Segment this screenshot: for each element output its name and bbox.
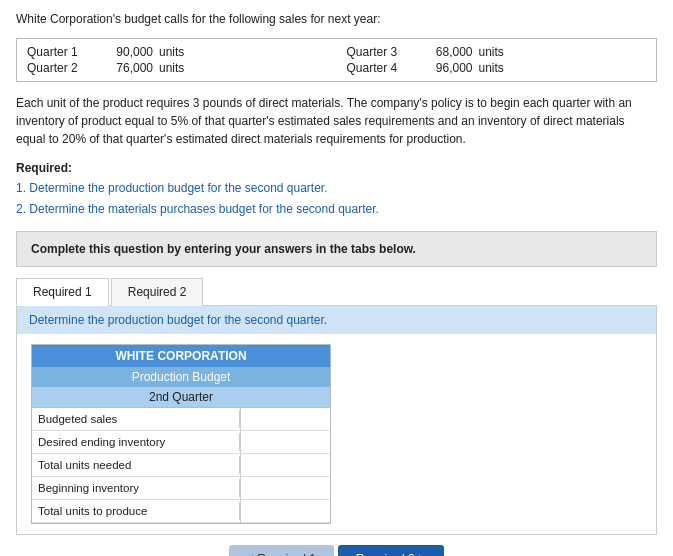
- budget-frame: WHITE CORPORATION Production Budget 2nd …: [31, 344, 331, 524]
- quarter-2-label: Quarter 2: [27, 61, 95, 75]
- budget-row-1-label: Desired ending inventory: [32, 433, 240, 451]
- budget-row-4: Total units to produce: [32, 500, 330, 523]
- budget-row-3-input[interactable]: [240, 477, 330, 499]
- tab-required-2[interactable]: Required 2: [111, 278, 204, 306]
- budget-row-0: Budgeted sales: [32, 408, 330, 431]
- description-paragraph: Each unit of the product requires 3 poun…: [16, 94, 657, 148]
- quarter-row-2: Quarter 2 76,000 units: [27, 61, 327, 75]
- quarter-1-unit-label: units: [159, 45, 195, 59]
- quarters-grid: Quarter 1 90,000 units Quarter 3 68,000 …: [27, 45, 646, 75]
- budget-table-wrapper: WHITE CORPORATION Production Budget 2nd …: [17, 334, 656, 534]
- quarter-4-label: Quarter 4: [347, 61, 415, 75]
- description-text: Each unit of the product requires 3 poun…: [16, 96, 632, 146]
- complete-box: Complete this question by entering your …: [16, 231, 657, 267]
- budget-row-2-label: Total units needed: [32, 456, 240, 474]
- nav-buttons: < Required 1 Required 2 >: [16, 535, 657, 556]
- budget-row-1-input[interactable]: [240, 431, 330, 453]
- next-button[interactable]: Required 2 >: [338, 545, 444, 556]
- budget-row-3-label: Beginning inventory: [32, 479, 240, 497]
- chevron-right-icon: >: [419, 551, 427, 556]
- budget-row-2-input[interactable]: [240, 454, 330, 476]
- quarter-row-3: Quarter 3 68,000 units: [347, 45, 647, 59]
- complete-instruction: Complete this question by entering your …: [31, 242, 416, 256]
- required-section: Required: 1. Determine the production bu…: [16, 158, 657, 219]
- intro-paragraph: White Corporation's budget calls for the…: [16, 10, 657, 28]
- budget-table-title: WHITE CORPORATION: [32, 345, 330, 367]
- quarter-4-units: 96,000: [421, 61, 473, 75]
- budget-row-3: Beginning inventory: [32, 477, 330, 500]
- required-heading: Required:: [16, 158, 657, 178]
- quarter-2-unit-label: units: [159, 61, 195, 75]
- budget-row-2: Total units needed: [32, 454, 330, 477]
- quarter-row-1: Quarter 1 90,000 units: [27, 45, 327, 59]
- tabs-row: Required 1 Required 2: [16, 277, 657, 306]
- budget-row-1: Desired ending inventory: [32, 431, 330, 454]
- required-item-2[interactable]: 2. Determine the materials purchases bud…: [16, 202, 379, 216]
- quarters-table: Quarter 1 90,000 units Quarter 3 68,000 …: [16, 38, 657, 82]
- prev-button[interactable]: < Required 1: [229, 545, 334, 556]
- tab-content: Determine the production budget for the …: [16, 306, 657, 535]
- quarter-3-label: Quarter 3: [347, 45, 415, 59]
- tab-instruction: Determine the production budget for the …: [17, 306, 656, 334]
- quarter-4-unit-label: units: [479, 61, 515, 75]
- budget-row-4-label: Total units to produce: [32, 502, 240, 520]
- intro-text: White Corporation's budget calls for the…: [16, 12, 380, 26]
- budget-row-0-input[interactable]: [240, 408, 330, 430]
- quarter-row-4: Quarter 4 96,000 units: [347, 61, 647, 75]
- quarter-3-unit-label: units: [479, 45, 515, 59]
- budget-table-header: 2nd Quarter: [32, 387, 330, 408]
- required-item-1[interactable]: 1. Determine the production budget for t…: [16, 181, 328, 195]
- quarter-2-units: 76,000: [101, 61, 153, 75]
- budget-row-0-label: Budgeted sales: [32, 410, 240, 428]
- budget-table-subtitle: Production Budget: [32, 367, 330, 387]
- quarter-1-units: 90,000: [101, 45, 153, 59]
- budget-row-4-input[interactable]: [240, 500, 330, 522]
- quarter-3-units: 68,000: [421, 45, 473, 59]
- quarter-1-label: Quarter 1: [27, 45, 95, 59]
- tab-required-1[interactable]: Required 1: [16, 278, 109, 306]
